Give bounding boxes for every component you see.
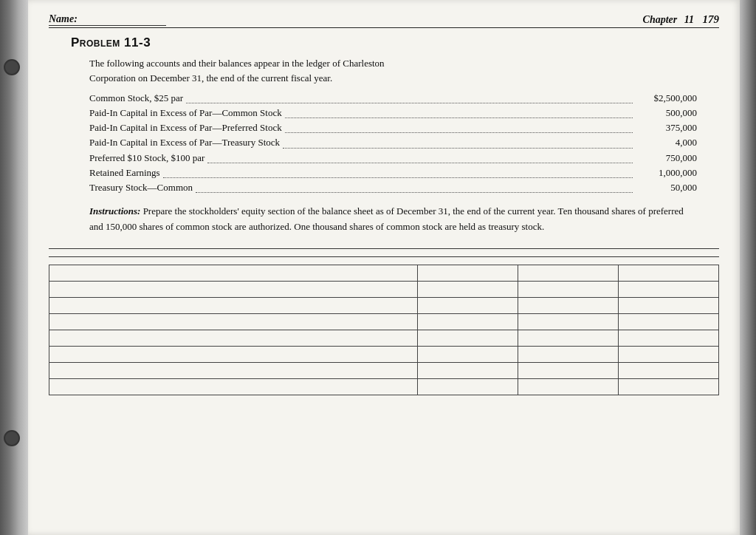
instructions-text: Prepare the stockholders' equity section…: [89, 205, 684, 232]
table-cell: [518, 265, 618, 281]
table-cell: [417, 330, 518, 346]
table-cell: [518, 378, 618, 395]
table-row: [49, 265, 719, 281]
account-row: Preferred $10 Stock, $100 par 750,000: [89, 151, 697, 166]
table-cell: [417, 346, 518, 362]
dots-2: [285, 117, 633, 118]
account-row: Paid-In Capital in Excess of Par—Treasur…: [89, 135, 697, 150]
account-value-3: 375,000: [634, 120, 697, 135]
table-cell: [618, 346, 718, 362]
accounts-section: Common Stock, $25 par $2,500,000 Paid-In…: [89, 91, 697, 195]
table-row: [49, 346, 719, 362]
table-cell: [417, 378, 518, 395]
table-row: [49, 330, 719, 346]
chapter-label: Chapter: [643, 14, 678, 25]
table-row: [49, 281, 719, 297]
account-row: Paid-In Capital in Excess of Par—Preferr…: [89, 120, 697, 135]
table-cell: [618, 297, 718, 313]
account-value-4: 4,000: [634, 135, 697, 150]
account-row: Treasury Stock—Common 50,000: [89, 180, 697, 195]
page-content: Name: Chapter 11 179 Problem 11-3 The fo…: [28, 0, 740, 535]
table-cell: [49, 313, 418, 330]
account-name-2: Paid-In Capital in Excess of Par—Common …: [89, 106, 282, 120]
table-cell: [618, 362, 718, 378]
description-line1: The following accounts and their balance…: [89, 58, 385, 69]
dots-3: [285, 132, 633, 133]
table-cell: [49, 265, 418, 281]
account-row: Common Stock, $25 par $2,500,000: [89, 91, 697, 106]
instructions-label: Instructions:: [89, 205, 140, 217]
table-cell: [518, 362, 618, 378]
account-name-5: Preferred $10 Stock, $100 par: [89, 151, 205, 166]
dots-1: [186, 103, 633, 103]
table-cell: [49, 330, 418, 346]
account-row: Retained Earnings 1,000,000: [89, 166, 697, 180]
table-cell: [518, 281, 618, 297]
table-row: [49, 297, 719, 313]
dots-7: [196, 192, 633, 193]
table-cell: [518, 297, 618, 313]
table-cell: [417, 265, 518, 281]
table-cell: [417, 362, 518, 378]
account-name-7: Treasury Stock—Common: [89, 180, 193, 195]
chapter-info: Chapter 11 179: [643, 13, 719, 26]
account-value-2: 500,000: [634, 106, 697, 120]
problem-description: The following accounts and their balance…: [89, 56, 697, 85]
table-row: [49, 362, 719, 378]
table-cell: [49, 378, 418, 395]
table-cell: [618, 313, 718, 330]
table-cell: [49, 297, 418, 313]
account-name-3: Paid-In Capital in Excess of Par—Preferr…: [89, 120, 282, 135]
table-cell: [417, 281, 518, 297]
dots-4: [283, 148, 633, 149]
account-value-7: 50,000: [634, 180, 697, 195]
table-cell: [49, 281, 418, 297]
instructions-section: Instructions: Prepare the stockholders' …: [89, 204, 697, 235]
table-cell: [49, 362, 418, 378]
binding-hole-top: [4, 59, 20, 75]
description-line2: Corporation on December 31, the end of t…: [89, 72, 332, 84]
divider-line-2: [49, 256, 719, 257]
answer-table: [49, 265, 719, 395]
account-value-5: 750,000: [634, 151, 697, 166]
right-binding: [740, 0, 756, 535]
problem-title: Problem 11-3: [71, 35, 719, 50]
page-header: Name: Chapter 11 179: [49, 13, 719, 28]
account-name-6: Retained Earnings: [89, 166, 160, 180]
table-cell: [49, 346, 418, 362]
table-cell: [518, 346, 618, 362]
account-value-6: 1,000,000: [634, 166, 697, 180]
table-cell: [618, 378, 718, 395]
table-cell: [417, 313, 518, 330]
divider-lines: [49, 248, 719, 257]
dots-5: [207, 163, 633, 163]
table-cell: [618, 330, 718, 346]
left-binding: [0, 0, 28, 535]
answer-grid: [49, 265, 719, 395]
table-row: [49, 378, 719, 395]
chapter-number: 11: [684, 14, 694, 25]
divider-line-1: [49, 248, 719, 249]
binding-hole-bottom: [4, 430, 20, 446]
account-value-1: $2,500,000: [634, 91, 697, 106]
table-cell: [618, 265, 718, 281]
dots-6: [163, 177, 633, 178]
table-cell: [518, 330, 618, 346]
table-row: [49, 313, 719, 330]
page-number: 179: [703, 13, 720, 25]
account-row: Paid-In Capital in Excess of Par—Common …: [89, 106, 697, 120]
table-cell: [417, 297, 518, 313]
account-name-1: Common Stock, $25 par: [89, 91, 183, 106]
table-cell: [518, 313, 618, 330]
name-label: Name:: [49, 13, 166, 26]
account-name-4: Paid-In Capital in Excess of Par—Treasur…: [89, 135, 280, 150]
table-cell: [618, 281, 718, 297]
